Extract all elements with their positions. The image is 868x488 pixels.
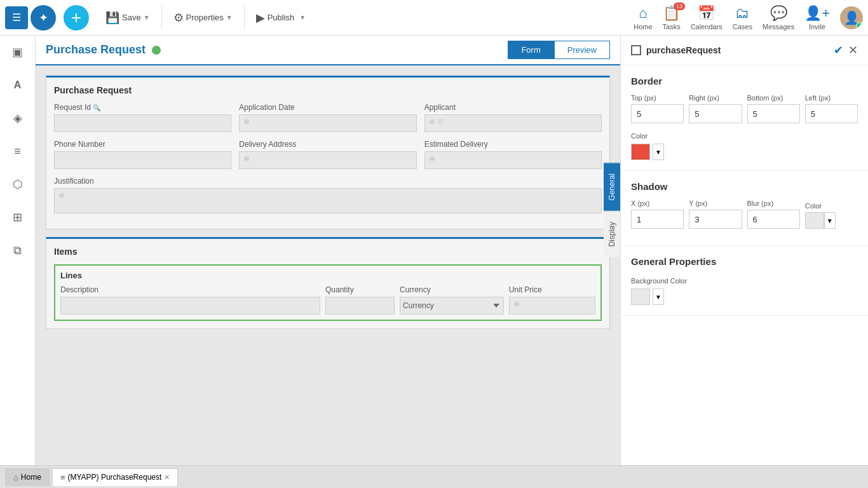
app-tab-close[interactable]: ✕ — [164, 473, 170, 482]
application-date-input[interactable]: ✱ — [239, 114, 416, 132]
save-icon: 💾 — [105, 11, 119, 25]
application-date-field: Application Date ✱ — [239, 103, 416, 132]
sidebar-icon-list[interactable]: ≡ — [6, 140, 29, 163]
text-icon: A — [14, 79, 22, 91]
component-checkbox[interactable] — [631, 45, 641, 55]
sidebar-icon-container[interactable]: ⬡ — [6, 173, 29, 196]
user-avatar[interactable]: 👤 — [840, 6, 863, 29]
justification-input[interactable]: ✱ — [54, 188, 602, 214]
quantity-label: Quantity — [325, 285, 395, 294]
applicant-field: Applicant ✱ ⚙ — [424, 103, 602, 132]
lines-title: Lines — [60, 271, 595, 280]
home-bottom-tab[interactable]: ⌂ Home — [5, 468, 50, 486]
tasks-badge: 13 — [674, 3, 685, 10]
hamburger-menu[interactable]: ☰ — [5, 6, 28, 29]
preview-view-button[interactable]: Preview — [554, 41, 610, 59]
delivery-address-input[interactable]: ✱ — [239, 151, 416, 169]
layout-icon: ▣ — [12, 45, 23, 59]
right-panel: purchaseRequest ✔ ✕ Border Top (px) R — [620, 36, 868, 465]
save-dropdown-icon[interactable]: ▼ — [144, 14, 150, 21]
shadow-color-label: Color — [805, 202, 858, 210]
copy-icon: ⧉ — [13, 244, 22, 257]
app-bottom-tab[interactable]: ≡ (MYAPP) PurchaseRequest ✕ — [52, 468, 178, 486]
shadow-x-input[interactable] — [631, 210, 684, 229]
messages-nav[interactable]: 💬 Messages — [763, 5, 794, 30]
publish-action[interactable]: ▶ Publish ▼ — [250, 8, 313, 27]
shadow-color-dropdown[interactable]: ▼ — [824, 212, 836, 229]
sidebar-icon-text[interactable]: A — [6, 74, 29, 97]
shadow-blur-label: Blur (px) — [747, 200, 800, 207]
properties-action[interactable]: ⚙ Properties ▼ — [167, 8, 239, 27]
tasks-nav[interactable]: 📋 13 Tasks — [663, 5, 681, 30]
bottom-tabs: ⌂ Home ≡ (MYAPP) PurchaseRequest ✕ — [0, 465, 868, 488]
general-tab[interactable]: General — [604, 163, 620, 211]
estimated-delivery-input[interactable]: ✱ — [424, 151, 602, 169]
border-bottom-label: Bottom (px) — [747, 94, 800, 102]
border-right-input[interactable] — [689, 104, 742, 123]
publish-dropdown-icon[interactable]: ▼ — [299, 14, 306, 21]
calendars-label: Calendars — [691, 23, 722, 30]
shadow-blur-input[interactable] — [747, 210, 800, 229]
unit-price-input[interactable]: ✱ — [509, 297, 595, 315]
invite-nav[interactable]: 👤+ Invite — [804, 5, 830, 30]
border-right-field: Right (px) — [689, 94, 742, 123]
applicant-input[interactable]: ✱ ⚙ — [424, 114, 602, 132]
border-top-field: Top (px) — [631, 94, 684, 123]
shadow-y-input[interactable] — [689, 210, 742, 229]
page-title: Purchase Request — [46, 43, 146, 57]
unit-price-col: Unit Price ✱ — [509, 285, 595, 315]
border-color-label: Color — [631, 132, 648, 140]
estimated-delivery-label: Estimated Delivery — [424, 140, 602, 149]
properties-icon: ⚙ — [173, 11, 184, 25]
shadow-color-swatch[interactable] — [805, 212, 824, 229]
phone-number-input[interactable] — [54, 151, 231, 169]
lines-section: Lines Description Quantity — [54, 264, 602, 321]
border-top-label: Top (px) — [631, 94, 684, 102]
confirm-icon[interactable]: ✔ — [834, 43, 843, 57]
add-button[interactable]: + — [64, 5, 89, 30]
cases-nav[interactable]: 🗂 Cases — [733, 5, 752, 30]
shadow-inputs-row: X (px) Y (px) Blur (px) Color — [631, 200, 858, 229]
close-icon[interactable]: ✕ — [848, 43, 858, 57]
quantity-input[interactable] — [325, 297, 395, 315]
display-tab[interactable]: Display — [604, 211, 620, 257]
unit-price-label: Unit Price — [509, 285, 595, 294]
component-icon: ◈ — [13, 111, 22, 125]
currency-select[interactable]: Currency USD EUR GBP — [400, 297, 504, 315]
bg-color-dropdown[interactable]: ▼ — [653, 288, 664, 305]
border-top-input[interactable] — [631, 104, 684, 123]
calendars-icon: 📅 — [698, 5, 715, 22]
sidebar-icon-component[interactable]: ◈ — [6, 107, 29, 130]
grid-icon: ⊞ — [13, 210, 22, 224]
border-left-input[interactable] — [805, 104, 858, 123]
delivery-address-label: Delivery Address — [239, 140, 416, 149]
border-bottom-input[interactable] — [747, 104, 800, 123]
view-buttons: Form Preview — [508, 41, 610, 59]
home-nav[interactable]: ⌂ Home — [634, 5, 652, 30]
canvas-area[interactable]: Purchase Request Form Preview General Di… — [36, 36, 620, 465]
app-logo: ✦ — [31, 5, 56, 30]
sidebar-icon-copy[interactable]: ⧉ — [6, 239, 29, 262]
border-left-field: Left (px) — [805, 94, 858, 123]
shadow-blur-field: Blur (px) — [747, 200, 800, 229]
bg-color-swatch[interactable] — [631, 288, 650, 305]
form-canvas: Purchase Request Request Id 🔍 — [36, 65, 620, 347]
description-input[interactable] — [60, 297, 320, 315]
list-icon: ≡ — [14, 145, 21, 158]
request-id-input[interactable] — [54, 114, 231, 132]
sidebar-icon-grid[interactable]: ⊞ — [6, 206, 29, 229]
form-view-button[interactable]: Form — [508, 41, 553, 59]
left-sidebar: ▣ A ◈ ≡ ⬡ ⊞ ⧉ — [0, 36, 36, 465]
form-row-3: Justification ✱ — [54, 177, 602, 214]
sidebar-icon-layout[interactable]: ▣ — [6, 41, 29, 64]
publish-label: Publish — [268, 13, 295, 22]
calendars-nav[interactable]: 📅 Calendars — [691, 5, 722, 30]
border-color-dropdown[interactable]: ▼ — [653, 144, 664, 160]
properties-dropdown-icon[interactable]: ▼ — [226, 14, 233, 21]
shadow-color-field: Color ▼ — [805, 202, 858, 229]
border-right-label: Right (px) — [689, 94, 742, 102]
save-action[interactable]: 💾 Save ▼ — [99, 8, 156, 27]
request-id-field: Request Id 🔍 — [54, 103, 231, 132]
quantity-col: Quantity — [325, 285, 395, 315]
border-color-swatch[interactable] — [631, 144, 650, 160]
